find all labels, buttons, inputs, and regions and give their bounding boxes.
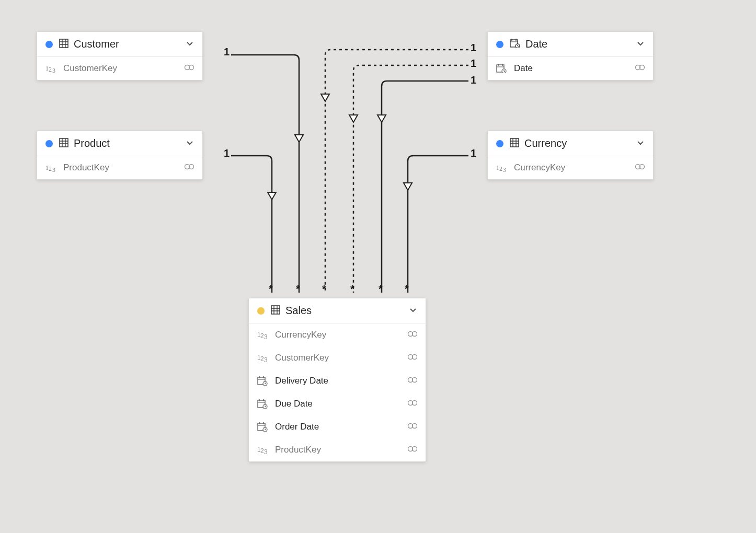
svg-text:3: 3 [264,356,268,362]
cardinality-date-2: 1 [471,57,476,69]
cardinality-date-3: 1 [471,74,476,86]
chevron-down-icon[interactable] [185,38,195,51]
relationship-date-sales-inactive-2[interactable] [349,65,468,293]
svg-text:2: 2 [49,165,52,172]
svg-rect-47 [271,306,280,314]
hidden-icon[interactable] [407,422,418,432]
hidden-icon[interactable] [407,353,418,363]
column-name: Order Date [275,422,407,432]
table-row[interactable]: 123 ProductKey [37,156,202,179]
relationship-currency-sales[interactable] [404,156,468,293]
svg-text:2: 2 [260,332,264,339]
svg-text:3: 3 [264,448,268,454]
table-currency-title: Currency [524,137,635,149]
column-name: CustomerKey [63,63,184,74]
table-product[interactable]: Product 123 ProductKey [37,131,203,180]
cardinality-product: 1 [224,147,230,159]
table-icon [59,39,68,50]
cardinality-sales-4: * [350,283,354,295]
hidden-icon[interactable] [634,64,646,73]
chevron-down-icon[interactable] [635,38,646,51]
number-type-icon: 123 [257,331,270,339]
hidden-icon[interactable] [407,399,418,409]
column-name: CurrencyKey [275,330,407,340]
date-type-icon [496,64,509,73]
svg-text:3: 3 [503,166,506,172]
column-name: CurrencyKey [514,163,634,173]
table-customer[interactable]: Customer 123 CustomerKey [37,31,203,80]
table-currency[interactable]: Currency 123 CurrencyKey [487,131,654,180]
svg-rect-11 [60,138,68,147]
column-name: Due Date [275,399,407,409]
chevron-down-icon[interactable] [635,137,646,150]
relationship-date-sales-active[interactable] [377,81,468,293]
column-name: ProductKey [63,163,184,173]
column-name: ProductKey [275,445,407,455]
date-type-icon [257,376,270,386]
table-date-header[interactable]: Date [488,32,653,57]
svg-rect-1 [60,39,68,48]
table-currency-header[interactable]: Currency [488,131,653,156]
cardinality-customer: 1 [224,46,230,58]
svg-text:3: 3 [52,166,55,172]
table-row[interactable]: Delivery Date [249,369,426,392]
svg-text:2: 2 [499,165,502,172]
cardinality-date-1: 1 [471,42,476,54]
number-type-icon: 123 [496,164,509,172]
table-row[interactable]: Date [488,57,653,80]
number-type-icon: 123 [45,164,58,172]
table-date-title: Date [525,38,635,50]
table-row[interactable]: 123 CurrencyKey [249,323,426,346]
date-type-icon [257,422,270,432]
table-icon [59,138,68,149]
relationship-date-sales-inactive-1[interactable] [321,50,468,293]
status-dot-icon [496,140,503,147]
table-row[interactable]: 123 CustomerKey [249,346,426,369]
status-dot-icon [257,307,265,315]
table-row[interactable]: 123 ProductKey [249,438,426,461]
number-type-icon: 123 [257,446,270,454]
chevron-down-icon[interactable] [408,305,418,317]
date-type-icon [257,399,270,409]
hidden-icon[interactable] [184,163,195,172]
table-icon [510,138,519,149]
relationship-customer-sales[interactable] [231,55,303,293]
table-customer-header[interactable]: Customer [37,32,202,57]
table-product-title: Product [74,137,185,149]
hidden-icon[interactable] [407,376,418,386]
table-row[interactable]: 123 CurrencyKey [488,156,653,179]
number-type-icon: 123 [257,354,270,362]
hidden-icon[interactable] [407,330,418,340]
relationship-product-sales[interactable] [231,156,276,293]
svg-text:2: 2 [260,447,264,454]
cardinality-currency: 1 [471,147,476,159]
table-icon [271,305,280,317]
hidden-icon[interactable] [407,445,418,455]
table-date[interactable]: Date Date [487,31,654,80]
table-product-header[interactable]: Product [37,131,202,156]
status-dot-icon [45,140,53,147]
status-dot-icon [45,41,53,48]
table-row[interactable]: Order Date [249,415,426,438]
table-sales[interactable]: Sales 123 CurrencyKey 123 CustomerKey [248,298,426,462]
date-table-icon [510,39,520,50]
column-name: CustomerKey [275,353,407,363]
column-name: Date [514,63,634,74]
number-type-icon: 123 [45,64,58,73]
column-name: Delivery Date [275,376,407,386]
table-customer-title: Customer [74,38,185,50]
svg-text:3: 3 [264,333,268,339]
model-diagram-canvas[interactable]: 1 1 1 1 1 1 * * * * * * Customer 123 Cus… [0,0,756,533]
hidden-icon[interactable] [184,64,195,73]
table-sales-header[interactable]: Sales [249,298,426,323]
svg-text:2: 2 [49,66,52,73]
svg-rect-37 [510,138,519,147]
table-row[interactable]: 123 CustomerKey [37,57,202,80]
chevron-down-icon[interactable] [185,137,195,150]
status-dot-icon [496,41,503,48]
svg-text:3: 3 [52,67,55,73]
table-row[interactable]: Due Date [249,392,426,415]
hidden-icon[interactable] [634,163,646,172]
svg-text:2: 2 [260,355,264,362]
table-sales-title: Sales [285,305,408,317]
